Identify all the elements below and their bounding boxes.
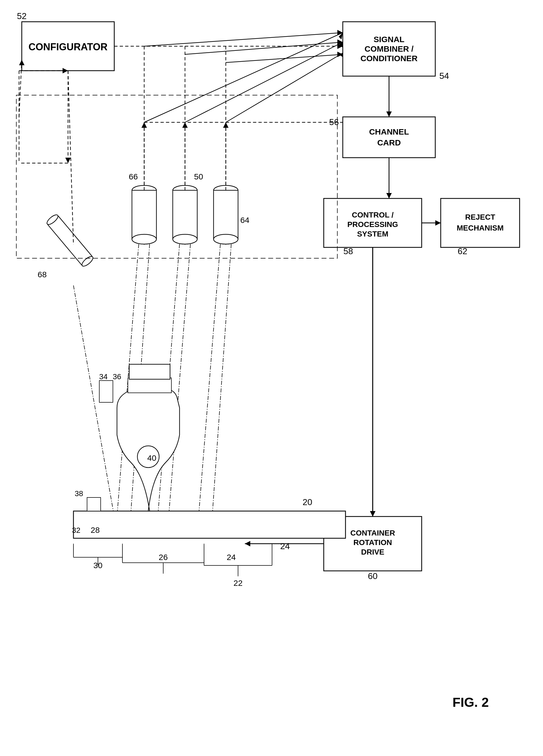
svg-text:CONDITIONER: CONDITIONER [361,54,418,63]
svg-text:60: 60 [368,571,378,581]
svg-text:CONTROL /: CONTROL / [352,211,394,219]
svg-text:24: 24 [226,553,235,562]
svg-rect-99 [87,497,101,511]
diagram-container: CONFIGURATOR 52 SIGNAL COMBINER / CONDIT… [0,0,543,756]
svg-text:58: 58 [343,246,353,256]
svg-text:CONFIGURATOR: CONFIGURATOR [29,41,108,52]
svg-text:26: 26 [159,553,167,562]
svg-text:50: 50 [194,172,203,181]
svg-text:SYSTEM: SYSTEM [357,230,388,238]
svg-text:CHANNEL: CHANNEL [369,127,409,136]
svg-text:ROTATION: ROTATION [354,538,392,547]
svg-text:24: 24 [280,541,290,551]
svg-text:REJECT: REJECT [465,213,495,221]
svg-text:64: 64 [240,216,249,225]
svg-text:66: 66 [129,172,138,181]
svg-text:30: 30 [93,561,102,570]
svg-rect-57 [213,190,238,239]
svg-text:54: 54 [439,71,449,81]
svg-text:38: 38 [74,489,83,498]
svg-text:36: 36 [113,372,121,381]
svg-text:32: 32 [72,526,80,534]
svg-rect-53 [173,190,197,239]
svg-text:28: 28 [91,525,100,534]
svg-rect-72 [73,511,346,538]
svg-rect-0 [0,0,543,756]
svg-rect-9 [343,117,435,158]
svg-text:22: 22 [233,578,242,587]
figure-label: FIG. 2 [452,695,489,710]
svg-point-50 [132,234,156,244]
svg-point-58 [213,234,238,244]
svg-text:MECHANISM: MECHANISM [457,224,504,232]
svg-rect-49 [132,190,156,239]
svg-text:CARD: CARD [377,138,401,147]
svg-text:PROCESSING: PROCESSING [348,220,398,229]
svg-text:34: 34 [99,372,107,381]
svg-text:COMBINER /: COMBINER / [365,44,414,53]
svg-text:40: 40 [147,453,156,462]
svg-text:SIGNAL: SIGNAL [374,35,404,44]
svg-text:DRIVE: DRIVE [361,548,384,556]
svg-rect-75 [128,378,171,393]
svg-rect-18 [441,198,520,247]
svg-text:52: 52 [17,11,27,21]
svg-text:68: 68 [38,270,46,279]
svg-rect-76 [129,364,170,379]
svg-text:62: 62 [458,246,467,256]
svg-text:20: 20 [303,497,312,507]
svg-rect-96 [99,381,113,402]
svg-point-54 [173,234,197,244]
svg-text:CONTAINER: CONTAINER [351,529,395,537]
